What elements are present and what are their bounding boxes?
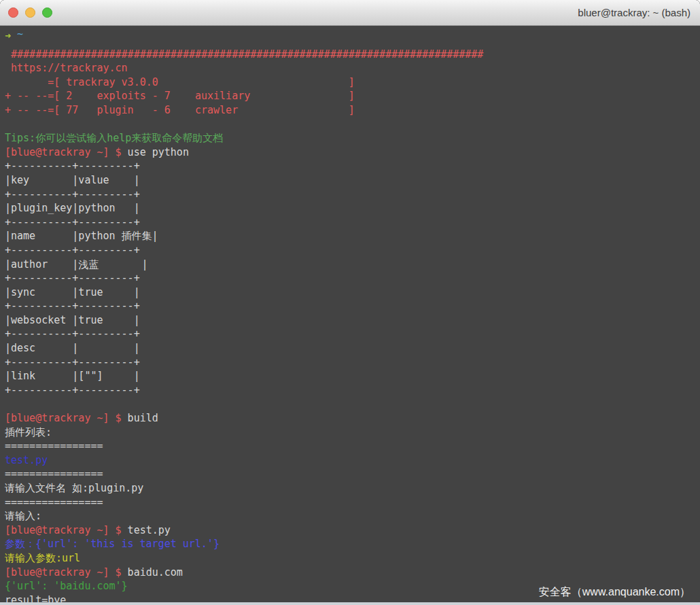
window-bottom-edge — [0, 602, 700, 605]
terminal-line: 参数：{'url': 'this is target url.'} — [5, 537, 700, 551]
terminal-line: [blue@trackray ~] $ build — [5, 411, 700, 426]
terminal-window: bluer@trackray: ~ (bash) ➜ ~ ###########… — [0, 0, 700, 605]
terminal-line: https://trackray.cn — [5, 61, 700, 75]
terminal-line: +----------+---------+ — [5, 271, 700, 286]
terminal-line: |key |value | — [5, 173, 700, 188]
terminal-line: |author |浅蓝 | — [5, 258, 700, 272]
terminal-line: =[ trackray v3.0.0 ] — [5, 75, 700, 90]
terminal-line: |link |[""] | — [5, 369, 700, 383]
terminal-line: +----------+---------+ — [5, 327, 700, 341]
terminal-line: +----------+---------+ — [5, 188, 700, 202]
window-title: bluer@trackray: ~ (bash) — [578, 0, 690, 25]
terminal-line: |name |python 插件集| — [5, 229, 700, 243]
terminal-line: test.py — [5, 453, 700, 468]
terminal-line: ########################################… — [5, 48, 700, 62]
terminal-line: 插件列表: — [5, 426, 700, 440]
terminal-line: 请输入参数:url — [5, 551, 700, 566]
minimize-button[interactable] — [25, 7, 35, 18]
terminal-output[interactable]: ➜ ~ ####################################… — [0, 26, 700, 605]
terminal-line: + -- --=[ 2 exploits - 7 auxiliary ] — [5, 89, 700, 103]
watermark-text: 安全客（www.anquanke.com） — [539, 585, 690, 600]
window-controls — [8, 7, 52, 18]
terminal-line: +----------+---------+ — [5, 356, 700, 370]
terminal-line — [5, 397, 700, 411]
terminal-line: ================ — [5, 439, 700, 453]
terminal-line: + -- --=[ 77 plugin - 6 crawler ] — [5, 103, 700, 118]
window-titlebar[interactable]: bluer@trackray: ~ (bash) — [0, 0, 700, 26]
close-button[interactable] — [8, 7, 18, 18]
terminal-line: |websocket |true | — [5, 313, 700, 328]
terminal-line: [blue@trackray ~] $ use python — [5, 145, 700, 160]
zoom-button[interactable] — [42, 7, 52, 18]
terminal-line: |sync |true | — [5, 286, 700, 300]
terminal-line: +----------+---------+ — [5, 299, 700, 313]
terminal-line: |plugin_key|python | — [5, 201, 700, 215]
terminal-line: [blue@trackray ~] $ test.py — [5, 523, 700, 538]
terminal-line: 请输入: — [5, 509, 700, 523]
terminal-line: 请输入文件名 如:plugin.py — [5, 481, 700, 496]
terminal-line: ================ — [5, 467, 700, 481]
terminal-line: ================ — [5, 496, 700, 510]
terminal-line: +----------+---------+ — [5, 243, 700, 258]
terminal-line: |desc | | — [5, 341, 700, 356]
terminal-line: [blue@trackray ~] $ baidu.com — [5, 566, 700, 580]
terminal-line — [5, 118, 700, 132]
terminal-line: +----------+---------+ — [5, 215, 700, 230]
terminal-line: +----------+---------+ — [5, 383, 700, 398]
terminal-line: ➜ ~ — [5, 27, 700, 44]
terminal-line: +----------+---------+ — [5, 159, 700, 173]
terminal-line: Tips:你可以尝试输入help来获取命令帮助文档 — [5, 131, 700, 145]
